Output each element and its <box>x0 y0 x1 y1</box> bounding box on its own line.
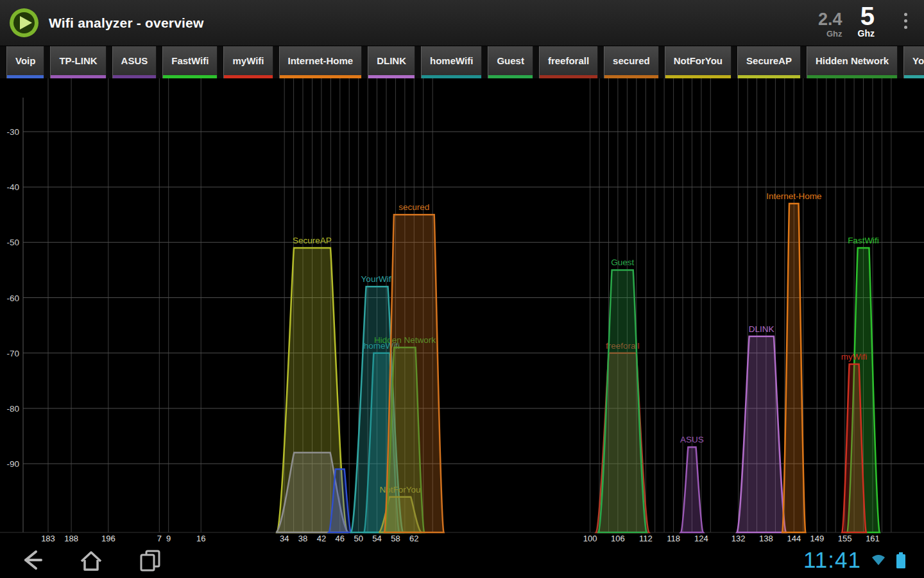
y-axis-label: -80 <box>6 404 19 414</box>
tab-mywifi[interactable]: myWifi <box>223 46 273 78</box>
x-axis-label: 46 <box>336 534 345 542</box>
tab-label: SecureAP <box>746 55 792 66</box>
network-curve <box>681 447 703 532</box>
x-axis-label: 42 <box>317 534 326 542</box>
network-label: Guest <box>611 258 634 267</box>
tab-voip[interactable]: Voip <box>6 46 44 78</box>
tab-label: DLINK <box>377 55 406 66</box>
x-axis-label: 138 <box>759 534 773 542</box>
y-axis-label: -60 <box>6 293 19 303</box>
tab-label: YourWifi <box>912 55 924 66</box>
x-axis-label: 124 <box>694 534 708 542</box>
x-axis-label: 155 <box>838 534 852 542</box>
tab-label: Hidden Network <box>816 55 889 66</box>
tab-secured[interactable]: secured <box>604 46 659 78</box>
x-axis-label: 188 <box>64 534 78 542</box>
tab-label: ASUS <box>121 55 148 66</box>
tab-tp-link[interactable]: TP-LINK <box>50 46 106 78</box>
x-axis-label: 38 <box>298 534 307 542</box>
home-button[interactable] <box>77 543 105 577</box>
y-axis-label: -90 <box>6 459 19 469</box>
tab-label: Guest <box>497 55 524 66</box>
network-label: SecureAP <box>293 236 332 245</box>
tab-yourwifi[interactable]: YourWifi <box>903 46 924 78</box>
network-label: DLINK <box>749 324 774 334</box>
x-axis-label: 9 <box>166 534 171 542</box>
tab-label: Voip <box>15 55 35 66</box>
x-axis-label: 62 <box>409 534 418 542</box>
x-axis-label: 106 <box>611 534 625 542</box>
action-bar: Wifi analyzer - overview 2.4 Ghz 5 Ghz <box>0 0 924 46</box>
x-axis-label: 58 <box>391 534 400 542</box>
tab-freeforall[interactable]: freeforall <box>539 46 598 78</box>
y-axis-label: -30 <box>6 127 19 137</box>
y-axis-label: -50 <box>6 238 19 247</box>
x-axis-label: 161 <box>866 534 880 542</box>
tab-homewifi[interactable]: homeWifi <box>421 46 482 78</box>
tab-label: Internet-Home <box>288 55 354 66</box>
band-2-4ghz-button[interactable]: 2.4 Ghz <box>818 11 843 38</box>
chart-area[interactable]: -30-40-50-60-70-80-90SecureAPhomeWifiYou… <box>0 78 924 542</box>
network-curve <box>782 204 805 532</box>
app-root: Wifi analyzer - overview 2.4 Ghz 5 Ghz V… <box>0 0 924 578</box>
recent-apps-button[interactable] <box>136 543 164 577</box>
x-axis-label: 112 <box>639 534 653 542</box>
x-axis-labels: 1831881967916343842465054586210010611211… <box>41 534 880 542</box>
band-5ghz-unit: Ghz <box>858 29 875 38</box>
tab-strip: VoipTP-LINKASUSFastWifimyWifiInternet-Ho… <box>0 46 924 78</box>
network-label: myWifi <box>841 352 868 362</box>
tab-label: homeWifi <box>430 55 473 66</box>
x-axis-label: 196 <box>101 534 116 542</box>
tab-label: FastWifi <box>171 55 209 66</box>
tab-label: NotForYou <box>674 55 723 66</box>
tab-label: TP-LINK <box>59 55 97 66</box>
tab-fastwifi[interactable]: FastWifi <box>162 46 218 78</box>
tab-label: secured <box>613 55 650 66</box>
page-title: Wifi analyzer - overview <box>49 15 204 31</box>
x-axis-label: 34 <box>280 534 289 542</box>
tab-label: freeforall <box>548 55 589 66</box>
x-axis-label: 54 <box>372 534 381 542</box>
network-label: secured <box>398 202 429 212</box>
wifi-status-icon <box>871 554 886 566</box>
network-label: FastWifi <box>848 236 879 245</box>
tab-guest[interactable]: Guest <box>488 46 533 78</box>
x-axis-label: 149 <box>810 534 825 542</box>
network-label: Internet-Home <box>766 191 821 201</box>
tab-dlink[interactable]: DLINK <box>368 46 415 78</box>
tab-internet-home[interactable]: Internet-Home <box>279 46 363 78</box>
x-axis-label: 118 <box>667 534 680 542</box>
network-curve <box>384 215 443 532</box>
overflow-menu-icon[interactable] <box>896 9 915 33</box>
app-logo-icon[interactable] <box>9 8 39 38</box>
x-axis-label: 16 <box>196 534 205 542</box>
home-icon <box>78 547 104 573</box>
band-2-4ghz-unit: Ghz <box>826 30 843 38</box>
tab-asus[interactable]: ASUS <box>112 46 157 78</box>
y-axis-label: -70 <box>6 349 19 358</box>
back-button[interactable] <box>18 543 46 577</box>
network-label: YourWifi <box>361 274 393 284</box>
band-5ghz-number: 5 <box>860 3 875 29</box>
system-nav-bar: 11:41 <box>0 542 924 578</box>
tab-hidden-network[interactable]: Hidden Network <box>807 46 898 78</box>
network-label: ASUS <box>680 435 704 444</box>
network-curve <box>737 337 787 532</box>
tab-secureap[interactable]: SecureAP <box>737 46 801 78</box>
x-axis-label: 132 <box>732 534 746 542</box>
x-axis-label: 7 <box>157 534 162 542</box>
back-arrow-icon <box>19 547 45 573</box>
x-axis-label: 144 <box>787 534 801 542</box>
x-axis-label: 183 <box>41 534 55 542</box>
x-axis-label: 50 <box>354 534 363 542</box>
x-axis-label: 100 <box>583 534 597 542</box>
band-2-4ghz-number: 2.4 <box>818 11 843 28</box>
tab-notforyou[interactable]: NotForYou <box>665 46 732 78</box>
action-bar-right: 2.4 Ghz 5 Ghz <box>818 3 915 42</box>
status-cluster: 11:41 <box>803 547 906 573</box>
y-axis-label: -40 <box>6 182 19 192</box>
battery-status-icon <box>896 552 906 569</box>
wifi-spectrum-chart[interactable]: -30-40-50-60-70-80-90SecureAPhomeWifiYou… <box>0 78 924 542</box>
band-5ghz-button[interactable]: 5 Ghz <box>858 3 875 38</box>
tab-label: myWifi <box>232 55 264 66</box>
